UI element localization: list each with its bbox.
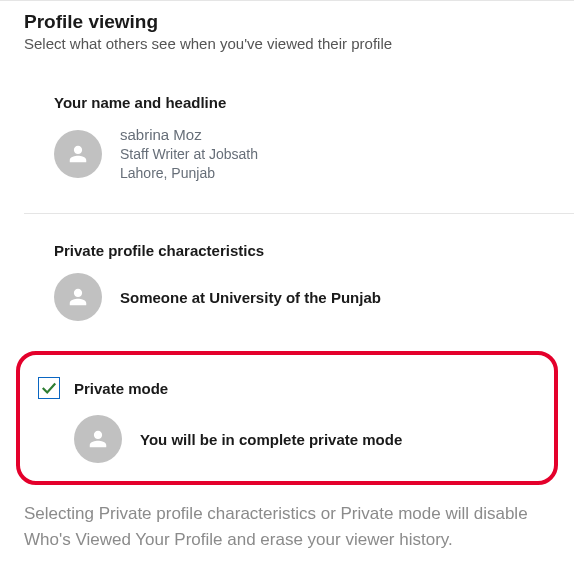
avatar-icon <box>54 130 102 178</box>
option-full-title: Your name and headline <box>54 94 574 111</box>
option-private-title: Private mode <box>74 380 168 397</box>
option-private-description: You will be in complete private mode <box>140 431 402 448</box>
option-private-mode[interactable]: Private mode You will be in complete pri… <box>16 351 558 485</box>
page-subtitle: Select what others see when you've viewe… <box>24 35 550 66</box>
avatar-icon <box>54 273 102 321</box>
option-semi-title: Private profile characteristics <box>54 242 574 259</box>
footer-warning: Selecting Private profile characteristic… <box>0 497 574 552</box>
option-semi-description: Someone at University of the Punjab <box>120 289 381 306</box>
avatar-icon <box>74 415 122 463</box>
option-full-headline: Staff Writer at Jobsath <box>120 145 258 164</box>
option-full-profile[interactable]: Your name and headline sabrina Moz Staff… <box>0 66 574 207</box>
option-semi-private[interactable]: Private profile characteristics Someone … <box>0 214 574 345</box>
option-full-location: Lahore, Punjab <box>120 164 258 183</box>
option-full-name: sabrina Moz <box>120 125 258 145</box>
private-mode-checkbox[interactable] <box>38 377 60 399</box>
page-title: Profile viewing <box>24 1 550 35</box>
